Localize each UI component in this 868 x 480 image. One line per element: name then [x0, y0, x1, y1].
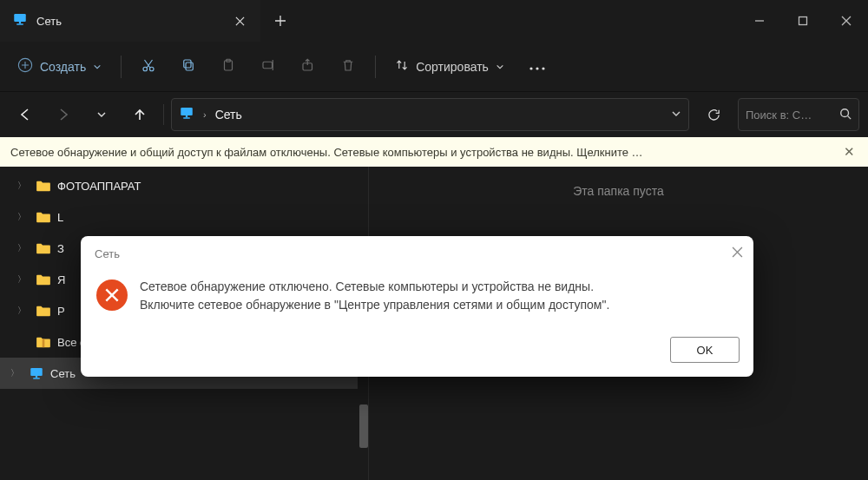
- info-bar-close[interactable]: ✕: [840, 144, 858, 160]
- separator: [121, 56, 122, 78]
- svg-point-19: [841, 108, 849, 116]
- maximize-button[interactable]: [781, 0, 825, 42]
- new-label: Создать: [40, 60, 86, 74]
- scrollbar-thumb[interactable]: [359, 404, 368, 448]
- plus-circle-icon: [17, 57, 33, 76]
- dialog-line1: Сетевое обнаружение отключено. Сетевые к…: [140, 278, 609, 296]
- nav-buttons: [9, 98, 156, 131]
- dialog-title: Сеть: [95, 247, 120, 260]
- chevron-right-icon[interactable]: 〉: [17, 180, 30, 192]
- chevron-down-icon: [496, 60, 504, 74]
- forward-button[interactable]: [47, 98, 80, 131]
- tree-item[interactable]: 〉 L: [0, 201, 368, 233]
- svg-point-5: [143, 67, 148, 71]
- up-button[interactable]: [123, 98, 156, 131]
- tree-item[interactable]: 〉 ФОТОАППАРАТ: [0, 170, 368, 201]
- share-button[interactable]: [290, 50, 326, 83]
- tree-item-label: L: [57, 211, 63, 224]
- separator: [375, 56, 376, 78]
- error-icon: [96, 279, 128, 311]
- error-dialog: Сеть Сетевое обнаружение отключено. Сете…: [81, 236, 753, 377]
- svg-point-14: [536, 67, 538, 69]
- svg-point-6: [150, 67, 155, 71]
- tree-item-label: ФОТОАППАРАТ: [57, 180, 141, 193]
- chevron-right-icon[interactable]: 〉: [17, 211, 30, 223]
- refresh-button[interactable]: [696, 98, 731, 131]
- svg-rect-2: [16, 23, 23, 25]
- sort-button[interactable]: Сортировать: [385, 50, 515, 83]
- tree-item-label: З: [57, 242, 64, 255]
- cut-icon: [141, 57, 156, 76]
- path-segment[interactable]: Сеть: [215, 108, 242, 122]
- ellipsis-icon: [529, 60, 546, 74]
- close-tab-button[interactable]: [227, 9, 252, 33]
- svg-rect-16: [181, 108, 193, 115]
- paste-icon: [220, 57, 236, 76]
- tree-item-label: Р: [57, 305, 65, 318]
- trash-icon: [340, 57, 356, 76]
- svg-rect-17: [186, 115, 187, 117]
- folder-icon: [35, 242, 52, 254]
- chevron-right-icon: ›: [203, 109, 207, 120]
- sort-icon: [395, 58, 409, 75]
- chevron-right-icon[interactable]: 〉: [10, 367, 23, 379]
- network-icon: [12, 11, 28, 30]
- zip-icon: [35, 336, 52, 348]
- copy-icon: [181, 57, 196, 76]
- svg-point-15: [542, 67, 544, 69]
- svg-rect-18: [183, 117, 190, 119]
- svg-rect-7: [186, 62, 193, 70]
- titlebar-drag-area[interactable]: [300, 0, 738, 42]
- search-icon: [839, 108, 852, 122]
- folder-icon: [35, 211, 52, 223]
- new-tab-button[interactable]: [260, 0, 300, 42]
- chevron-right-icon[interactable]: 〉: [17, 273, 30, 286]
- chevron-right-icon[interactable]: 〉: [17, 305, 30, 317]
- svg-rect-20: [43, 339, 45, 348]
- address-row: › Сеть Поиск в: С…: [0, 92, 868, 137]
- tree-item-label: Я: [57, 273, 65, 286]
- tab-title: Сеть: [36, 15, 219, 28]
- new-button[interactable]: Создать: [7, 50, 112, 83]
- dialog-close-button[interactable]: [732, 247, 743, 260]
- folder-icon: [35, 180, 52, 192]
- delete-button[interactable]: [330, 50, 366, 83]
- recent-locations-button[interactable]: [85, 98, 118, 131]
- search-input[interactable]: Поиск в: С…: [738, 98, 859, 131]
- chevron-right-icon[interactable]: 〉: [17, 242, 30, 254]
- svg-rect-23: [33, 378, 40, 379]
- svg-rect-3: [799, 17, 807, 25]
- rename-button[interactable]: [250, 50, 286, 83]
- tree-item-label: Сеть: [50, 367, 76, 380]
- share-icon: [300, 57, 316, 76]
- close-window-button[interactable]: [825, 0, 868, 42]
- separator: [163, 104, 164, 125]
- copy-button[interactable]: [170, 50, 207, 83]
- ok-button[interactable]: OK: [670, 337, 740, 363]
- info-bar-text: Сетевое обнаружение и общий доступ к фай…: [10, 146, 643, 159]
- info-bar[interactable]: Сетевое обнаружение и общий доступ к фай…: [0, 137, 868, 167]
- minimize-button[interactable]: [738, 0, 781, 42]
- more-button[interactable]: [518, 50, 556, 83]
- dialog-body: Сетевое обнаружение отключено. Сетевые к…: [81, 271, 753, 330]
- network-icon: [179, 105, 194, 124]
- folder-icon: [35, 273, 52, 286]
- chevron-down-icon: [93, 60, 102, 74]
- dialog-titlebar: Сеть: [81, 236, 753, 271]
- sort-label: Сортировать: [416, 60, 489, 74]
- search-placeholder: Поиск в: С…: [746, 108, 812, 122]
- dialog-text: Сетевое обнаружение отключено. Сетевые к…: [140, 278, 609, 314]
- svg-rect-11: [263, 62, 273, 69]
- toolbar: Создать Сортировать: [0, 42, 868, 92]
- svg-rect-22: [36, 376, 37, 378]
- dialog-footer: OK: [81, 330, 753, 377]
- svg-point-13: [529, 67, 532, 69]
- tab-network[interactable]: Сеть: [0, 0, 260, 42]
- folder-icon: [35, 305, 52, 317]
- svg-rect-0: [14, 14, 26, 22]
- paste-button[interactable]: [210, 50, 247, 83]
- cut-button[interactable]: [130, 50, 167, 83]
- address-bar[interactable]: › Сеть: [171, 98, 689, 131]
- chevron-down-icon[interactable]: [671, 107, 681, 122]
- back-button[interactable]: [9, 98, 42, 131]
